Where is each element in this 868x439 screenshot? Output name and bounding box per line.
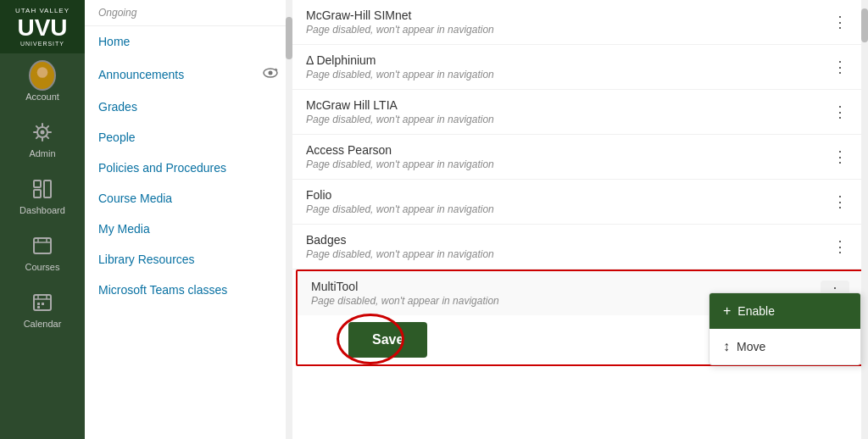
- nav-label-calendar: Calendar: [24, 319, 62, 329]
- svg-rect-14: [34, 181, 41, 187]
- nav-item-dashboard[interactable]: Dashboard: [0, 167, 85, 224]
- svg-point-27: [269, 71, 273, 75]
- sidebar-label-people: People: [98, 131, 136, 144]
- content-scrollbar-thumb[interactable]: [861, 8, 868, 42]
- admin-icon: [29, 119, 56, 146]
- nav-label-courses: Courses: [25, 262, 60, 272]
- left-navigation: UTAH VALLEY UVU UNIVERSITY Account: [0, 0, 85, 439]
- nav-item-admin[interactable]: Admin: [0, 110, 85, 167]
- eye-icon: [263, 65, 278, 83]
- sidebar-label-course-media: Course Media: [98, 192, 172, 205]
- svg-rect-12: [34, 190, 41, 197]
- row-subtitle: Page disabled, won't appear in navigatio…: [306, 248, 826, 260]
- sidebar-item-library[interactable]: Library Resources: [85, 244, 292, 275]
- sidebar-item-ms-teams[interactable]: Microsoft Teams classes: [85, 275, 292, 305]
- three-dots-button[interactable]: ⋮: [826, 9, 854, 35]
- sidebar-item-grades[interactable]: Grades: [85, 92, 292, 122]
- row-title: Δ Delphinium: [306, 53, 826, 67]
- sidebar-label-announcements: Announcements: [98, 68, 184, 81]
- logo-area: UTAH VALLEY UVU UNIVERSITY: [0, 0, 85, 53]
- courses-icon: [29, 232, 56, 259]
- row-info: McGraw Hill LTIA Page disabled, won't ap…: [306, 98, 826, 125]
- sidebar-label-home: Home: [98, 35, 130, 48]
- row-subtitle: Page disabled, won't appear in navigatio…: [306, 24, 826, 36]
- save-button-wrapper: Save: [348, 322, 427, 358]
- avatar-icon: [29, 62, 56, 89]
- content-row-delphinium: Δ Delphinium Page disabled, won't appear…: [292, 45, 868, 90]
- sidebar-label-library: Library Resources: [98, 253, 195, 266]
- row-title: McGraw-Hill SIMnet: [306, 8, 826, 22]
- dropdown-move-label: Move: [737, 340, 765, 353]
- sidebar-ongoing: Ongoing: [85, 0, 292, 26]
- svg-line-9: [47, 136, 48, 138]
- nav-item-calendar[interactable]: Calendar: [0, 281, 85, 337]
- sidebar-label-grades: Grades: [98, 100, 137, 114]
- row-subtitle: Page disabled, won't appear in navigatio…: [306, 114, 826, 125]
- row-info: Badges Page disabled, won't appear in na…: [306, 233, 826, 260]
- sidebar-label-ms-teams: Microsoft Teams classes: [98, 283, 227, 297]
- row-info: Δ Delphinium Page disabled, won't appear…: [306, 53, 826, 81]
- svg-line-10: [47, 126, 48, 128]
- svg-rect-13: [44, 181, 51, 197]
- dropdown-move-item[interactable]: ↕ Move: [709, 329, 860, 364]
- nav-label-account: Account: [25, 92, 59, 102]
- three-dots-button[interactable]: ⋮: [826, 189, 854, 214]
- content-row-mcgraw-simnet: McGraw-Hill SIMnet Page disabled, won't …: [292, 0, 868, 45]
- svg-point-1: [34, 79, 51, 89]
- dashboard-icon: [29, 175, 56, 203]
- content-row-folio: Folio Page disabled, won't appear in nav…: [292, 180, 868, 225]
- nav-label-dashboard: Dashboard: [19, 205, 65, 215]
- sidebar-label-my-media: My Media: [98, 222, 150, 236]
- context-dropdown-menu: + Enable ↕ Move: [709, 292, 861, 365]
- sidebar-item-course-media[interactable]: Course Media: [85, 183, 292, 214]
- nav-item-account[interactable]: Account: [0, 53, 85, 110]
- logo-bottom-text: UNIVERSITY: [5, 41, 80, 47]
- content-row-badges: Badges Page disabled, won't appear in na…: [292, 225, 868, 270]
- logo-top-text: UTAH VALLEY: [5, 7, 80, 14]
- three-dots-button[interactable]: ⋮: [826, 234, 854, 259]
- sidebar-item-announcements[interactable]: Announcements: [85, 57, 292, 92]
- content-scrollbar-track: [861, 0, 868, 439]
- three-dots-button[interactable]: ⋮: [826, 54, 854, 80]
- sidebar-item-my-media[interactable]: My Media: [85, 214, 292, 244]
- svg-line-8: [36, 126, 38, 128]
- content-row-access-pearson: Access Pearson Page disabled, won't appe…: [292, 135, 868, 180]
- move-icon: ↕: [723, 339, 730, 354]
- row-subtitle: Page disabled, won't appear in navigatio…: [306, 69, 826, 81]
- row-subtitle: Page disabled, won't appear in navigatio…: [306, 203, 826, 215]
- row-title: MultiTool: [311, 280, 821, 293]
- plus-icon: +: [723, 303, 731, 319]
- sidebar-scrollbar-track: [286, 0, 292, 439]
- sidebar-item-people[interactable]: People: [85, 122, 292, 153]
- three-dots-button[interactable]: ⋮: [826, 144, 854, 169]
- svg-point-0: [37, 67, 48, 78]
- nav-label-admin: Admin: [29, 148, 55, 158]
- main-content: McGraw-Hill SIMnet Page disabled, won't …: [292, 0, 868, 439]
- row-title: Folio: [306, 188, 826, 202]
- svg-point-3: [41, 131, 45, 135]
- row-subtitle: Page disabled, won't appear in navigatio…: [306, 158, 826, 170]
- sidebar-content: Ongoing Home Announcements Grades People…: [85, 0, 292, 439]
- dropdown-enable-label: Enable: [737, 304, 775, 318]
- three-dots-button[interactable]: ⋮: [826, 99, 854, 125]
- row-title: Badges: [306, 233, 826, 247]
- save-button[interactable]: Save: [348, 322, 427, 358]
- row-title: Access Pearson: [306, 143, 826, 157]
- sidebar-label-policies: Policies and Procedures: [98, 161, 226, 175]
- row-info: McGraw-Hill SIMnet Page disabled, won't …: [306, 8, 826, 36]
- svg-line-11: [36, 136, 38, 138]
- svg-rect-25: [37, 306, 40, 308]
- sidebar-item-home[interactable]: Home: [85, 26, 292, 57]
- dropdown-enable-item[interactable]: + Enable: [709, 293, 860, 329]
- main-panel: McGraw-Hill SIMnet Page disabled, won't …: [292, 0, 868, 439]
- svg-rect-15: [34, 238, 51, 253]
- svg-rect-24: [42, 303, 44, 305]
- nav-item-courses[interactable]: Courses: [0, 224, 85, 281]
- content-row-mcgraw-ltia: McGraw Hill LTIA Page disabled, won't ap…: [292, 90, 868, 135]
- logo-main: UVU: [5, 16, 80, 40]
- sidebar-item-policies[interactable]: Policies and Procedures: [85, 153, 292, 183]
- sidebar-scrollbar-thumb[interactable]: [286, 17, 292, 59]
- svg-rect-23: [37, 303, 40, 305]
- row-title: McGraw Hill LTIA: [306, 98, 826, 112]
- row-info: Access Pearson Page disabled, won't appe…: [306, 143, 826, 170]
